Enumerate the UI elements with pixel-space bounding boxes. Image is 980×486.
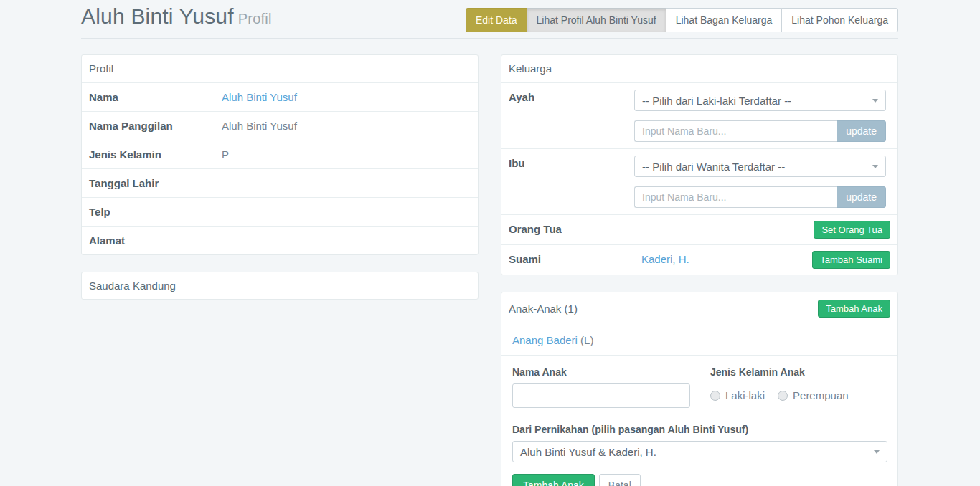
- header-tab-group: Edit Data Lihat Profil Aluh Binti Yusuf …: [466, 8, 898, 32]
- table-row: Alamat: [82, 226, 478, 254]
- right-column: Keluarga Ayah -- Pilih dari Laki-laki Te…: [501, 54, 898, 486]
- children-panel-title: Anak-Anak (1): [509, 302, 578, 315]
- page-header: Aluh Binti YusufProfil Edit Data Lihat P…: [81, 0, 898, 32]
- mother-select[interactable]: -- Pilih dari Wanita Terdaftar --: [634, 156, 886, 177]
- person-name-heading: Aluh Binti Yusuf: [81, 4, 234, 28]
- child-name-link[interactable]: Anang Baderi: [512, 334, 578, 346]
- left-column: Profil Nama Aluh Binti Yusuf Nama Panggi…: [81, 54, 479, 486]
- tab-lihat-profil[interactable]: Lihat Profil Aluh Binti Yusuf: [527, 8, 666, 32]
- child-gender-suffix: (L): [580, 334, 593, 346]
- tambah-anak-header-button[interactable]: Tambah Anak: [818, 300, 890, 318]
- profile-row-value: [215, 227, 478, 254]
- child-name-input[interactable]: [512, 383, 690, 408]
- siblings-panel-title: Saudara Kandung: [82, 272, 478, 299]
- father-select[interactable]: -- Pilih dari Laki-laki Terdaftar --: [634, 90, 886, 111]
- submit-tambah-anak-button[interactable]: Tambah Anak: [512, 474, 595, 486]
- children-panel-heading: Anak-Anak (1) Tambah Anak: [501, 292, 897, 325]
- parents-row: Orang Tua Set Orang Tua: [501, 214, 897, 244]
- tambah-suami-button[interactable]: Tambah Suami: [812, 251, 890, 269]
- spouse-row: Suami Kaderi, H. Tambah Suami: [501, 244, 897, 275]
- marriage-select[interactable]: Aluh Binti Yusuf & Kaderi, H.: [512, 441, 887, 462]
- header-divider: [81, 38, 898, 39]
- child-name-label: Nama Anak: [512, 366, 690, 378]
- spouse-label: Suami: [501, 245, 634, 273]
- marriage-label: Dari Pernikahan (pilih pasangan Aluh Bin…: [512, 424, 887, 435]
- mother-row: Ibu -- Pilih dari Wanita Terdaftar -- up…: [501, 148, 897, 214]
- profile-name-link[interactable]: Aluh Binti Yusuf: [222, 91, 297, 103]
- batal-button[interactable]: Batal: [599, 474, 641, 486]
- child-gender-label: Jenis Kelamin Anak: [710, 366, 849, 378]
- table-row: Telp: [82, 197, 478, 226]
- profile-panel-title: Profil: [82, 55, 478, 82]
- chevron-down-icon: [872, 99, 878, 103]
- page-subtitle: Profil: [238, 11, 272, 27]
- profile-row-label: Telp: [82, 198, 215, 226]
- siblings-panel: Saudara Kandung: [81, 272, 479, 300]
- family-panel-title: Keluarga: [501, 55, 897, 82]
- father-update-button[interactable]: update: [837, 120, 886, 142]
- add-child-form: Nama Anak Jenis Kelamin Anak Laki-laki: [501, 355, 897, 486]
- table-row: Jenis Kelamin P: [82, 140, 478, 168]
- chevron-down-icon: [872, 165, 878, 168]
- table-row: Nama Panggilan Aluh Binti Yusuf: [82, 111, 478, 140]
- profile-row-value: P: [215, 140, 478, 168]
- profile-row-value: [215, 169, 478, 197]
- page-title: Aluh Binti YusufProfil: [81, 4, 272, 29]
- radio-icon[interactable]: [778, 391, 788, 401]
- chevron-down-icon: [874, 450, 880, 454]
- mother-new-name-input[interactable]: [634, 186, 837, 208]
- profile-row-label: Nama: [82, 83, 215, 111]
- table-row: Tanggal Lahir: [82, 168, 478, 197]
- radio-laki-laki[interactable]: Laki-laki: [710, 389, 765, 401]
- set-orang-tua-button[interactable]: Set Orang Tua: [814, 221, 890, 239]
- family-panel: Keluarga Ayah -- Pilih dari Laki-laki Te…: [501, 54, 898, 275]
- mother-update-button[interactable]: update: [837, 186, 886, 208]
- tab-lihat-bagan-keluarga[interactable]: Lihat Bagan Keluarga: [666, 8, 783, 32]
- radio-icon[interactable]: [710, 391, 720, 401]
- tab-edit-data[interactable]: Edit Data: [466, 8, 527, 32]
- children-panel: Anak-Anak (1) Tambah Anak Anang Baderi (…: [501, 292, 898, 486]
- profile-row-value: Aluh Binti Yusuf: [215, 112, 478, 140]
- father-row: Ayah -- Pilih dari Laki-laki Terdaftar -…: [501, 82, 897, 148]
- profile-row-label: Nama Panggilan: [82, 112, 215, 140]
- father-new-name-input[interactable]: [634, 120, 837, 142]
- profile-panel: Profil Nama Aluh Binti Yusuf Nama Panggi…: [81, 54, 479, 255]
- child-list-item: Anang Baderi (L): [501, 325, 897, 355]
- radio-perempuan[interactable]: Perempuan: [778, 389, 849, 401]
- table-row: Nama Aluh Binti Yusuf: [82, 82, 478, 111]
- tab-lihat-pohon-keluarga[interactable]: Lihat Pohon Keluarga: [781, 8, 898, 32]
- profile-row-value: [215, 198, 478, 226]
- spouse-name-link[interactable]: Kaderi, H.: [641, 253, 689, 265]
- profile-row-label: Jenis Kelamin: [82, 140, 215, 168]
- page-container: Aluh Binti YusufProfil Edit Data Lihat P…: [81, 0, 898, 486]
- profile-row-label: Alamat: [82, 227, 215, 254]
- parents-label: Orang Tua: [501, 215, 634, 243]
- profile-row-label: Tanggal Lahir: [82, 169, 215, 197]
- mother-label: Ibu: [501, 149, 634, 177]
- father-label: Ayah: [501, 83, 634, 111]
